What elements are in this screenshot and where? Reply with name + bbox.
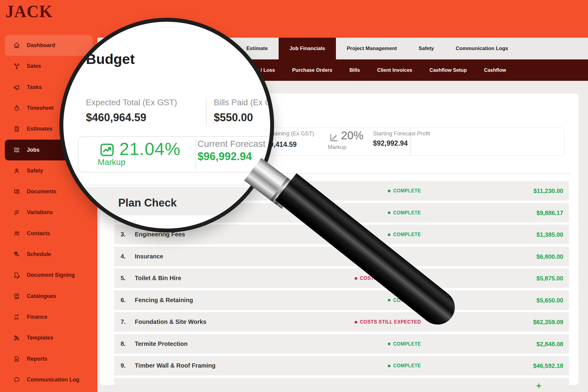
- sidebar-item-label: Catalogues: [27, 293, 56, 299]
- lens-expected-total-value: $460,964.59: [86, 111, 146, 124]
- row-number: 4.: [121, 253, 126, 260]
- markup-label: Markup: [328, 144, 346, 150]
- row-amount: $1,385.00: [536, 231, 563, 238]
- row-number: 6.: [121, 297, 126, 304]
- status-dot-icon: [388, 299, 390, 302]
- status-dot-icon: [388, 190, 390, 192]
- sidebar-item-contacts[interactable]: Contacts: [0, 223, 97, 244]
- status-label: COSTS STILL EXPECTED: [360, 319, 421, 325]
- status-dot-icon: [388, 365, 390, 367]
- sidebar-item-label: Document Signing: [27, 272, 75, 278]
- row-number: 5.: [121, 275, 126, 282]
- status-label: COMPLETE: [393, 210, 421, 216]
- schedule-icon: [13, 251, 20, 258]
- table-row[interactable]: 8.Termite ProtectionCOMPLETE$2,848.08: [114, 334, 569, 354]
- lens-section-divider: [75, 185, 274, 185]
- row-number: 8.: [121, 340, 126, 347]
- sidebar-item-label: Sales: [27, 63, 41, 69]
- lens-current-forecast-value: $96,992.94: [198, 150, 252, 163]
- doc-sign-icon: [13, 272, 20, 279]
- app-screen: EstimateJob FinancialsProject Management…: [0, 0, 588, 392]
- sidebar-item-label: Documents: [27, 188, 56, 195]
- row-number: 7.: [121, 318, 126, 325]
- row-name: Toilet & Bin Hire: [135, 275, 181, 282]
- row-amount: $5,650.00: [536, 297, 563, 304]
- app-logo: JACK: [5, 2, 52, 21]
- status-dot-icon: [355, 321, 357, 324]
- sidebar-item-variations[interactable]: Variations: [0, 202, 97, 223]
- speech-bubble-icon: [13, 376, 20, 383]
- tab-communication-logs[interactable]: Communication Logs: [445, 38, 519, 59]
- sidebar-item-label: Jobs: [27, 147, 40, 153]
- row-amount: $62,359.09: [533, 319, 563, 326]
- table-row[interactable]: [114, 378, 569, 385]
- users-icon: [13, 230, 20, 237]
- lens-bills-paid-value: $550.00: [214, 111, 253, 124]
- row-amount: $9,886.17: [536, 210, 563, 217]
- row-number: 9.: [121, 362, 126, 369]
- table-row[interactable]: 7.Foundation & Site WorksCOSTS STILL EXP…: [114, 312, 569, 332]
- book-icon: [13, 293, 20, 300]
- lens-expected-total-label: Expected Total (Ex GST): [86, 98, 177, 107]
- row-name: Fencing & Retaining: [135, 297, 193, 304]
- sidebar-item-label: Estimates: [27, 126, 52, 132]
- markup-percent: 20%: [341, 129, 363, 142]
- sidebar-item-dashboard[interactable]: Dashboard: [5, 35, 93, 56]
- table-row[interactable]: 5.Toilet & Bin HireCOSTS STILL EXPECTED$…: [114, 268, 569, 288]
- pencil-ruler-icon: [13, 334, 20, 341]
- stopwatch-icon: [13, 105, 20, 112]
- subnav-item-purchase-orders[interactable]: Purchase Orders: [292, 67, 332, 73]
- status-dot-icon: [355, 277, 357, 280]
- sidebar-item-schedule[interactable]: Schedule: [0, 244, 97, 265]
- folder-tree-icon: [13, 188, 20, 195]
- subnav-item-cashflow[interactable]: Cashflow: [484, 67, 506, 73]
- lens-row-name: Plan Check: [118, 197, 177, 209]
- row-number: 3.: [121, 231, 126, 238]
- tab-job-financials[interactable]: Job Financials: [279, 38, 336, 59]
- sidebar-item-document-signing[interactable]: Document Signing: [0, 265, 97, 286]
- starting-profit-label: Starting Forecast Profit: [373, 130, 430, 137]
- lens-markup-label: Markup: [98, 157, 125, 167]
- lens-stats-divider: [206, 99, 207, 127]
- megaphone-icon: [13, 84, 20, 91]
- sidebar-item-catalogues[interactable]: Catalogues: [0, 286, 97, 307]
- status-dot-icon: [388, 343, 390, 345]
- table-row[interactable]: 9.Timber Wall & Roof FramingCOMPLETE$46,…: [114, 356, 569, 375]
- status-dot-icon: [388, 211, 390, 214]
- sidebar-item-communication-log[interactable]: Communication Log: [0, 369, 97, 390]
- checklist-icon: [13, 147, 20, 153]
- sidebar-item-templates[interactable]: Templates: [0, 327, 97, 348]
- row-amount: $2,848.08: [536, 341, 563, 348]
- lens-summary-divider: [195, 139, 196, 170]
- tab-project-management[interactable]: Project Management: [336, 38, 408, 59]
- subnav-item-client-invoices[interactable]: Client Invoices: [377, 67, 412, 73]
- status-badge: COMPLETE: [388, 341, 421, 347]
- status-label: COMPLETE: [393, 341, 421, 347]
- status-label: COMPLETE: [393, 232, 421, 237]
- status-badge: COMPLETE: [388, 210, 421, 216]
- lens-markup-percent: 21.04%: [119, 139, 181, 159]
- sidebar-item-finance[interactable]: Finance: [0, 307, 97, 327]
- report-doc-icon: [13, 356, 20, 362]
- starting-profit-value: $92,992.94: [373, 139, 408, 147]
- status-label: COMPLETE: [393, 188, 421, 194]
- sidebar-item-label: Schedule: [27, 251, 51, 258]
- row-name: Foundation & Site Works: [135, 318, 206, 325]
- sidebar-item-reports[interactable]: Reports: [0, 349, 97, 369]
- plus-icon[interactable]: +: [536, 381, 542, 391]
- sidebar-item-label: Tasks: [27, 84, 42, 90]
- status-badge: COMPLETE: [388, 363, 421, 368]
- sidebar-item-label: Communication Log: [27, 377, 79, 383]
- step-chart-icon: [328, 133, 339, 144]
- home-icon: [13, 42, 20, 49]
- status-badge: COSTS STILL EXPECTED: [355, 319, 421, 325]
- lens-current-forecast-label: Current Forecast: [198, 139, 265, 149]
- lens-bills-paid-label: Bills Paid (Ex GST): [214, 98, 274, 107]
- row-amount: $6,800.00: [536, 253, 563, 260]
- table-row[interactable]: 6.Fencing & RetainingCOMPLETE$5,650.00: [114, 290, 569, 310]
- subnav-item-bills[interactable]: Bills: [349, 67, 360, 73]
- magnifier-lens: Budget Expected Total (Ex GST) $460,964.…: [59, 18, 274, 232]
- subnav-item-cashflow-setup[interactable]: Cashflow Setup: [429, 67, 467, 73]
- tab-safety[interactable]: Safety: [408, 38, 445, 59]
- status-badge: COMPLETE: [388, 232, 421, 237]
